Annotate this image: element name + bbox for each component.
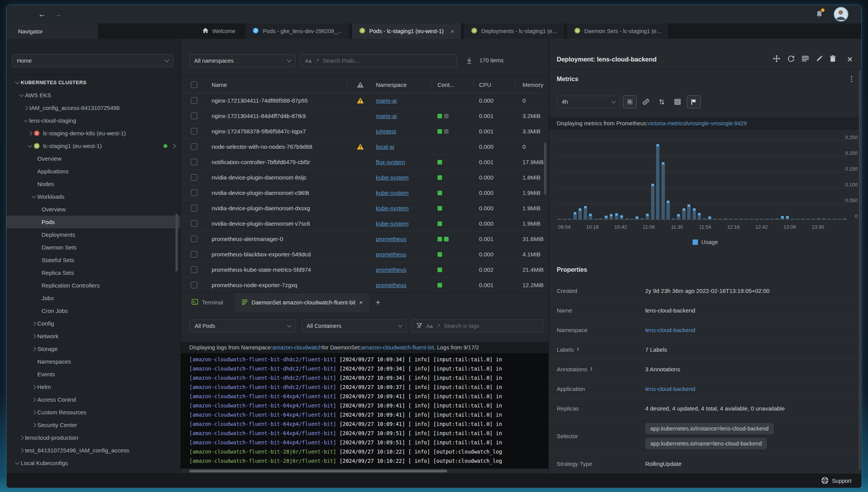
row-checkbox[interactable] <box>191 124 202 139</box>
metric-disk-toggle[interactable] <box>671 96 684 108</box>
table-row[interactable]: notification-controller-7bfbfd6479-cbl5r… <box>181 155 548 170</box>
pod-namespace-link[interactable]: mario-ai <box>376 93 428 108</box>
tab-welcome[interactable]: Welcome <box>195 23 242 39</box>
metrics-menu-kebab-icon[interactable] <box>851 76 853 82</box>
sidebar-item-kubernetes-clusters[interactable]: KUBERNETES CLUSTERS <box>7 76 180 89</box>
log-output[interactable]: [amazon-cloudwatch-fluent-bit-dhdc2/flue… <box>181 353 548 469</box>
sidebar-item-replication-controllers[interactable]: Replication Controllers <box>7 279 180 292</box>
table-row[interactable]: prometheus-node-exporter-7zgxqprometheus… <box>181 278 548 293</box>
logs-horizontal-scrollbar[interactable] <box>189 470 447 472</box>
row-checkbox[interactable] <box>191 247 202 262</box>
tab-pods-lc-staging1-eu-west-1-[interactable]: Pods - lc-staging1 (eu-west-1)× <box>352 23 461 39</box>
property-value-link[interactable]: lens-cloud-backend <box>645 324 701 336</box>
metric-flag-toggle[interactable] <box>687 95 701 108</box>
row-checkbox[interactable] <box>191 278 202 293</box>
row-checkbox[interactable] <box>191 155 202 170</box>
selector-pill[interactable]: app.kubernetes.io/instance=lens-cloud-ba… <box>645 423 774 434</box>
table-row[interactable]: nvidia-device-plugin-daemonset-v7sc6kube… <box>181 216 548 231</box>
tab-daemon-sets-lc-staging1-e-[interactable]: Daemon Sets - lc-staging1 (e... <box>567 23 668 39</box>
chevron-right-icon[interactable] <box>171 144 175 148</box>
details-scrollbar[interactable] <box>859 70 861 470</box>
sidebar-item-jobs[interactable]: Jobs <box>7 292 180 304</box>
sidebar-item-deployments[interactable]: Deployments <box>7 228 180 241</box>
table-row[interactable]: nvidia-device-plugin-daemonset-c969tkube… <box>181 185 548 201</box>
pod-namespace-link[interactable]: prometheus <box>376 278 428 293</box>
sidebar-item-cron-jobs[interactable]: Cron Jobs <box>7 304 180 317</box>
sidebar-scope-select[interactable]: Home <box>12 54 174 67</box>
log-containers-filter-select[interactable]: All Containers <box>302 319 407 332</box>
refresh-icon[interactable] <box>788 55 795 64</box>
column-header-cpu[interactable]: CPU <box>479 76 516 93</box>
sidebar-item-storage[interactable]: Storage <box>7 342 180 355</box>
pod-namespace-link[interactable]: prometheus <box>376 231 428 246</box>
pod-namespace-link[interactable]: flux-system <box>376 155 428 170</box>
table-row[interactable]: prometheus-blackbox-exporter-549dcdprome… <box>181 247 548 262</box>
row-checkbox[interactable] <box>191 231 202 246</box>
sidebar-item-workloads[interactable]: Workloads <box>7 190 180 203</box>
pod-namespace-link[interactable]: mario-ai <box>376 108 428 123</box>
sidebar-item-local-kubeconfigs[interactable]: Local Kubeconfigs <box>7 457 180 469</box>
sidebar-item-config[interactable]: Config <box>7 317 180 330</box>
sidebar-item-custom-resources[interactable]: Custom Resources <box>7 406 180 419</box>
metrics-endpoint-link[interactable]: vmsingle-vmsingle:8429 <box>687 120 747 126</box>
log-pods-filter-select[interactable]: All Pods <box>190 319 296 332</box>
regex-toggle[interactable]: .* <box>437 323 440 329</box>
sidebar-item-pods[interactable]: Pods <box>7 216 180 228</box>
tab-pods-gke-lens-dev-298208-[interactable]: Pods - gke_lens-dev-298208_... <box>245 23 349 39</box>
table-row[interactable]: nginx-1721304411-74df86f588-87p55mario-a… <box>181 93 548 108</box>
new-dock-tab-button[interactable]: + <box>369 293 386 312</box>
download-icon[interactable] <box>466 57 473 66</box>
sidebar-item-nodes[interactable]: Nodes <box>7 178 180 190</box>
time-range-select[interactable]: 4h <box>557 96 620 108</box>
sort-arrows-icon[interactable]: ▲▼ <box>590 367 593 372</box>
row-checkbox[interactable] <box>191 216 202 231</box>
regex-toggle[interactable]: .* <box>315 58 319 64</box>
pod-namespace-link[interactable]: prometheus <box>376 247 428 262</box>
sidebar-item-aws-eks[interactable]: AWS EKS <box>7 89 180 101</box>
match-case-toggle[interactable]: Aa <box>305 58 312 64</box>
pod-namespace-link[interactable]: kube-system <box>376 170 428 185</box>
sidebar-item-iam-config-access-841310725496[interactable]: IAM_config_access-841310725496 <box>7 101 180 114</box>
avatar[interactable] <box>834 7 848 22</box>
forward-arrow-icon[interactable]: → <box>54 10 62 19</box>
row-checkbox[interactable] <box>191 139 202 154</box>
table-row[interactable]: nginx-1724758378-5fb6f5847c-tqpx7juhotes… <box>181 124 548 139</box>
sidebar-item-applications[interactable]: Applications <box>7 165 180 178</box>
dock-tab-terminal[interactable]: Terminal <box>185 293 230 312</box>
column-header-namespace[interactable]: Namespace <box>376 76 428 93</box>
metric-network-toggle[interactable] <box>655 96 668 108</box>
pod-namespace-link[interactable]: kube-system <box>376 216 428 231</box>
row-checkbox[interactable] <box>191 170 202 185</box>
pod-namespace-link[interactable]: local-ai <box>376 139 428 154</box>
logs-namespace-link[interactable]: amazon-cloudwatch <box>272 344 322 351</box>
row-checkbox[interactable] <box>191 108 202 123</box>
support-button[interactable]: Support <box>821 477 851 485</box>
column-header-name[interactable]: Name <box>212 76 352 93</box>
metric-cpu-toggle[interactable] <box>623 95 637 108</box>
sort-arrows-icon[interactable]: ▲▼ <box>576 347 579 352</box>
match-case-toggle[interactable]: Aa <box>426 323 433 329</box>
close-tab-icon[interactable]: × <box>451 28 454 35</box>
navigator-panel-tab[interactable]: Navigator <box>7 23 98 39</box>
table-row[interactable]: prometheus-alertmanager-0prometheus0.001… <box>181 231 548 247</box>
sidebar-item-helm[interactable]: Helm <box>7 381 180 393</box>
pod-namespace-link[interactable]: kube-system <box>376 201 428 216</box>
row-checkbox[interactable] <box>191 93 202 108</box>
sidebar-item-access-control[interactable]: Access Control <box>7 393 180 406</box>
sidebar-item-network[interactable]: Network <box>7 330 180 342</box>
sidebar-item-test-841310725496-iam-config-a[interactable]: test_841310725496_IAM_config_access <box>7 444 180 457</box>
metric-memory-toggle[interactable] <box>639 96 653 108</box>
column-header-memory[interactable]: Memory <box>522 76 548 93</box>
select-all-checkbox[interactable] <box>191 76 202 93</box>
edit-pencil-icon[interactable] <box>816 55 823 63</box>
sidebar-item-stateful-sets[interactable]: Stateful Sets <box>7 254 180 266</box>
sidebar-item-overview[interactable]: Overview <box>7 203 180 216</box>
table-row[interactable]: prometheus-kube-state-metrics-5fd974prom… <box>181 262 548 278</box>
pod-namespace-link[interactable]: kube-system <box>376 185 428 200</box>
sidebar-item-lenscloud-production[interactable]: lenscloud-production <box>7 431 180 444</box>
sidebar-item-events[interactable]: Events <box>7 368 180 381</box>
table-row[interactable]: nvidia-device-plugin-daemonset-dxsxgkube… <box>181 201 548 216</box>
sidebar-item-daemon-sets[interactable]: Daemon Sets <box>7 241 180 254</box>
sidebar-item-lc-staging1-eu-west-1-[interactable]: lc-staging1 (eu-west-1) <box>7 140 180 152</box>
logs-lines-icon[interactable] <box>802 56 809 63</box>
